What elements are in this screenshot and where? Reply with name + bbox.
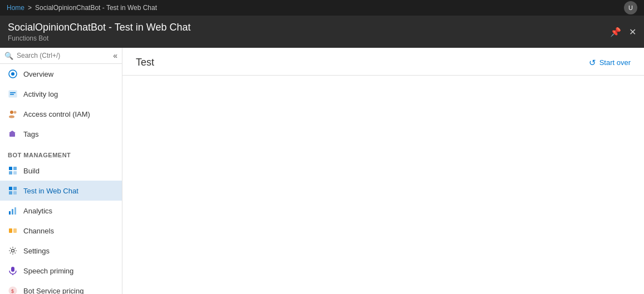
channels-icon — [8, 226, 18, 236]
sidebar-item-overview[interactable]: Overview — [0, 64, 122, 84]
svg-point-1 — [11, 72, 14, 76]
sidebar-item-activity-log[interactable]: Activity log — [0, 84, 122, 104]
breadcrumb-separator: > — [28, 4, 32, 12]
bot-management-section-label: BOT MANAGEMENT — [0, 144, 122, 161]
close-button[interactable]: ✕ — [629, 27, 636, 37]
svg-point-5 — [10, 111, 13, 114]
settings-icon — [8, 246, 18, 256]
svg-rect-20 — [14, 207, 16, 215]
svg-text:$: $ — [11, 288, 14, 294]
svg-point-6 — [9, 116, 14, 118]
test-icon — [8, 186, 18, 196]
sidebar-item-settings-label: Settings — [23, 247, 50, 255]
avatar: U — [624, 1, 637, 14]
bot-service-pricing-icon: $ — [8, 286, 18, 294]
svg-rect-25 — [12, 274, 13, 275]
page-header: SocialOpinionChatBot - Test in Web Chat … — [0, 16, 644, 48]
sidebar-item-tags-label: Tags — [23, 130, 38, 138]
tags-icon — [8, 129, 18, 139]
collapse-button[interactable]: « — [113, 51, 117, 60]
svg-rect-21 — [9, 228, 12, 233]
svg-rect-17 — [13, 191, 17, 195]
refresh-icon: ↺ — [589, 58, 596, 68]
sidebar-item-bot-service-pricing-label: Bot Service pricing — [23, 287, 83, 295]
svg-rect-18 — [9, 211, 11, 215]
svg-rect-3 — [10, 92, 16, 93]
sidebar-item-test-in-web-chat[interactable]: Test in Web Chat — [0, 181, 122, 201]
sidebar-item-bot-service-pricing[interactable]: $ Bot Service pricing — [0, 281, 122, 294]
sidebar-item-build-label: Build — [23, 167, 40, 175]
svg-rect-14 — [9, 187, 12, 190]
overview-icon — [8, 69, 18, 79]
sidebar-nav: Overview Activity log — [0, 64, 122, 294]
speech-priming-icon — [8, 266, 18, 276]
sidebar-item-tags[interactable]: Tags — [0, 124, 122, 144]
sidebar-item-speech-priming-label: Speech priming — [23, 267, 73, 275]
build-icon — [8, 166, 18, 176]
svg-point-23 — [12, 250, 14, 252]
svg-rect-13 — [13, 171, 17, 175]
page-subtitle: Functions Bot — [8, 34, 191, 42]
sidebar-item-settings[interactable]: Settings — [0, 241, 122, 261]
sidebar-item-speech-priming[interactable]: Speech priming — [0, 261, 122, 281]
sidebar-item-build[interactable]: Build — [0, 161, 122, 181]
svg-rect-10 — [9, 167, 12, 170]
svg-rect-11 — [13, 167, 17, 170]
sidebar-item-channels-label: Channels — [23, 227, 54, 235]
search-icon: 🔍 — [4, 52, 13, 60]
svg-rect-22 — [13, 228, 17, 233]
sidebar-item-access-control[interactable]: Access control (IAM) — [0, 104, 122, 124]
breadcrumb-home[interactable]: Home — [7, 4, 24, 12]
top-bar-right: U — [624, 1, 637, 14]
svg-marker-9 — [9, 131, 16, 133]
svg-rect-4 — [10, 94, 14, 95]
sidebar-item-overview-label: Overview — [23, 70, 53, 78]
breadcrumb: Home > SocialOpinionChatBot - Test in We… — [7, 4, 157, 12]
main-layout: 🔍 « Overview — [0, 48, 644, 294]
sidebar-item-test-in-web-chat-label: Test in Web Chat — [23, 187, 78, 195]
start-over-button[interactable]: ↺ Start over — [589, 58, 631, 68]
pin-button[interactable]: 📌 — [610, 27, 621, 37]
activity-log-icon — [8, 89, 18, 99]
svg-rect-24 — [11, 267, 14, 272]
top-bar: Home > SocialOpinionChatBot - Test in We… — [0, 0, 644, 16]
sidebar-item-activity-log-label: Activity log — [23, 90, 58, 98]
page-title: SocialOpinionChatBot - Test in Web Chat — [8, 22, 191, 33]
sidebar-item-channels[interactable]: Channels — [0, 221, 122, 241]
breadcrumb-current: SocialOpinionChatBot - Test in Web Chat — [35, 4, 157, 12]
header-actions: 📌 ✕ — [610, 27, 636, 37]
search-input[interactable] — [17, 52, 110, 59]
svg-rect-8 — [9, 133, 15, 137]
access-control-icon — [8, 109, 18, 119]
content-body — [122, 76, 644, 294]
analytics-icon — [8, 206, 18, 216]
svg-rect-15 — [13, 187, 17, 190]
header-left: SocialOpinionChatBot - Test in Web Chat … — [8, 22, 191, 42]
svg-point-7 — [14, 111, 17, 114]
content-area: Test ↺ Start over — [122, 48, 644, 294]
search-bar: 🔍 « — [0, 48, 122, 64]
svg-rect-12 — [9, 171, 12, 175]
sidebar-item-analytics[interactable]: Analytics — [0, 201, 122, 221]
start-over-label: Start over — [599, 58, 631, 67]
sidebar: 🔍 « Overview — [0, 48, 122, 294]
close-icon: ✕ — [629, 27, 636, 37]
sidebar-item-analytics-label: Analytics — [23, 207, 52, 215]
content-title: Test — [136, 57, 154, 68]
pin-icon: 📌 — [610, 27, 621, 37]
svg-rect-19 — [12, 209, 13, 215]
content-header: Test ↺ Start over — [122, 48, 644, 76]
svg-rect-16 — [9, 191, 12, 195]
sidebar-item-access-control-label: Access control (IAM) — [23, 110, 90, 118]
